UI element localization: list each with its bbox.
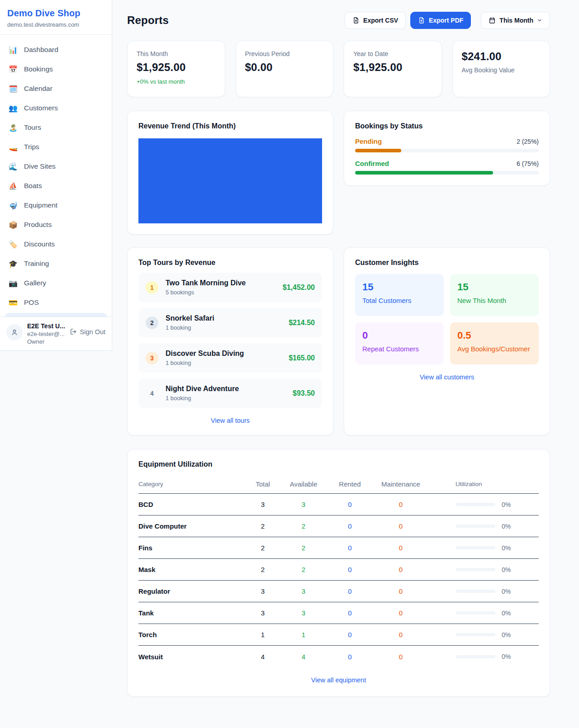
- stat-card-this-month: This Month $1,925.00 +0% vs last month: [127, 41, 225, 97]
- column-header: Rented: [328, 480, 371, 488]
- cell-rented: 0: [328, 522, 371, 530]
- sidebar-item-calendar[interactable]: 🗓️Calendar: [4, 80, 108, 98]
- tour-list-item: 3 Discover Scuba Diving1 booking $165.00: [138, 343, 322, 373]
- tile-total-customers: 15 Total Customers: [355, 274, 444, 316]
- utilization-track: [456, 525, 495, 528]
- export-pdf-label: Export PDF: [429, 17, 463, 24]
- cell-maintenance: 0: [371, 522, 430, 530]
- utilization-percent: 0%: [502, 610, 511, 617]
- stat-label: Previous Period: [245, 50, 324, 57]
- sidebar-item-trips[interactable]: 🚤Trips: [4, 138, 108, 156]
- view-all-tours-link[interactable]: View all tours: [138, 417, 322, 424]
- sidebar-item-bookings[interactable]: 📅Bookings: [4, 60, 108, 78]
- sidebar-item-label: Discounts: [24, 240, 55, 248]
- export-csv-label: Export CSV: [363, 17, 398, 24]
- sign-out-icon: [70, 328, 77, 336]
- products-icon: 📦: [8, 221, 18, 229]
- tour-revenue: $165.00: [289, 354, 315, 362]
- cell-available: 3: [279, 501, 328, 508]
- shop-name[interactable]: Demo Dive Shop: [7, 8, 104, 19]
- tour-list-item: 2 Snorkel Safari1 booking $214.50: [138, 308, 322, 337]
- sidebar-item-products[interactable]: 📦Products: [4, 216, 108, 234]
- rank-badge: 3: [146, 352, 158, 364]
- sidebar-item-pos[interactable]: 💳POS: [4, 293, 108, 312]
- sidebar-item-tours[interactable]: 🏝️Tours: [4, 118, 108, 137]
- tile-value: 15: [362, 281, 437, 293]
- sidebar-item-label: POS: [24, 298, 39, 307]
- export-csv-button[interactable]: Export CSV: [345, 12, 406, 29]
- rank-badge: 1: [146, 281, 158, 294]
- customer-insights-card: Customer Insights 15 Total Customers 15 …: [344, 247, 550, 435]
- tour-name: Snorkel Safari: [166, 314, 281, 322]
- stat-value: $0.00: [245, 61, 324, 74]
- main-content: Reports Export CSV Export PDF This Month: [112, 0, 579, 697]
- column-header: Maintenance: [371, 480, 430, 488]
- status-value: 2 (25%): [517, 138, 539, 145]
- file-download-icon: [352, 17, 360, 24]
- tour-name: Two Tank Morning Dive: [166, 279, 275, 287]
- column-header: Category: [138, 481, 247, 487]
- sidebar-item-customers[interactable]: 👥Customers: [4, 99, 108, 117]
- bookings-by-status-card: Bookings by Status Pending 2 (25%) Confi…: [344, 111, 550, 186]
- stat-value: $1,925.00: [137, 61, 216, 74]
- cell-utilization: 0%: [430, 631, 539, 638]
- stat-value: $1,925.00: [353, 61, 432, 74]
- column-header: Total: [247, 480, 279, 488]
- top-tours-card: Top Tours by Revenue 1 Two Tank Morning …: [127, 247, 333, 435]
- sidebar-item-equipment[interactable]: 🤿Equipment: [4, 196, 108, 214]
- cell-maintenance: 0: [371, 609, 430, 617]
- column-header: Utilization: [430, 481, 539, 487]
- cell-total: 2: [247, 566, 279, 573]
- file-download-icon: [418, 17, 425, 24]
- stat-cards: This Month $1,925.00 +0% vs last month P…: [127, 41, 550, 97]
- status-label: Pending: [355, 137, 382, 145]
- shop-domain: demo.test.divestreams.com: [7, 21, 104, 28]
- tile-label: New This Month: [457, 297, 532, 304]
- sidebar-item-label: Gallery: [24, 279, 46, 287]
- sidebar-active-item-partial[interactable]: [5, 313, 107, 317]
- reports-page: Demo Dive Shop demo.test.divestreams.com…: [0, 0, 579, 728]
- cell-category: Mask: [138, 566, 247, 573]
- tours-icon: 🏝️: [8, 123, 18, 132]
- cell-rented: 0: [328, 566, 371, 573]
- sidebar: Demo Dive Shop demo.test.divestreams.com…: [0, 0, 112, 351]
- boats-icon: ⛵: [8, 182, 18, 190]
- sidebar-item-label: Dive Sites: [24, 162, 56, 170]
- sidebar-item-training[interactable]: 🎓Training: [4, 255, 108, 273]
- tour-revenue: $93.50: [293, 389, 315, 397]
- stat-delta: +0% vs last month: [137, 78, 216, 85]
- period-selector[interactable]: This Month: [481, 12, 550, 29]
- cell-maintenance: 0: [371, 653, 430, 661]
- sidebar-item-label: Calendar: [24, 85, 52, 93]
- sign-out-button[interactable]: Sign Out: [70, 328, 105, 336]
- cell-category: BCD: [138, 501, 247, 508]
- sidebar-item-boats[interactable]: ⛵Boats: [4, 177, 108, 195]
- view-all-equipment-link[interactable]: View all equipment: [138, 676, 539, 684]
- utilization-percent: 0%: [502, 523, 511, 530]
- customer-insights-title: Customer Insights: [355, 259, 539, 267]
- shop-header: Demo Dive Shop demo.test.divestreams.com: [0, 0, 112, 35]
- table-row: Fins 2 2 0 0 0%: [138, 537, 539, 559]
- sidebar-item-gallery[interactable]: 📷Gallery: [4, 274, 108, 292]
- cell-utilization: 0%: [430, 523, 539, 530]
- sidebar-item-dashboard[interactable]: 📊Dashboard: [4, 41, 108, 59]
- rank-badge: 4: [146, 387, 158, 400]
- sidebar-item-label: Boats: [24, 182, 42, 190]
- tour-name: Night Dive Adventure: [166, 385, 285, 393]
- tile-value: 0.5: [457, 330, 532, 341]
- column-header: Available: [279, 480, 328, 488]
- utilization-track: [456, 546, 495, 549]
- view-all-customers-link[interactable]: View all customers: [355, 373, 539, 381]
- tile-label: Avg Bookings/Customer: [457, 345, 532, 353]
- utilization-track: [456, 655, 495, 658]
- period-label: This Month: [499, 17, 533, 24]
- export-pdf-button[interactable]: Export PDF: [410, 12, 471, 29]
- sidebar-item-dive-sites[interactable]: 🌊Dive Sites: [4, 157, 108, 175]
- user-meta: E2E Test U... e2e-tester@... Owner: [27, 322, 65, 345]
- stat-label: Year to Date: [353, 50, 432, 57]
- tile-label: Repeat Customers: [362, 345, 437, 353]
- cell-category: Fins: [138, 544, 247, 552]
- progress-track: [355, 171, 539, 175]
- sidebar-item-label: Dashboard: [24, 46, 58, 54]
- sidebar-item-discounts[interactable]: 🏷️Discounts: [4, 235, 108, 253]
